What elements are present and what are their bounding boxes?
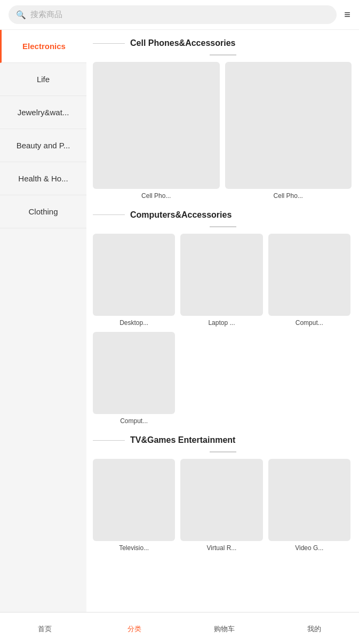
section-header-computers: Computers&Accessories (93, 210, 353, 220)
nav-label-categories: 分类 (127, 624, 141, 634)
search-icon: 🔍 (16, 10, 26, 20)
section-title-cell-phones: Cell Phones&Accessories (130, 38, 235, 48)
list-item[interactable]: Laptop ... (180, 234, 262, 327)
item-label: Cell Pho... (274, 192, 303, 200)
bottom-nav: 首页 分类 购物车 我的 (0, 612, 359, 644)
section-header-tv-games: TV&Games Entertainment (93, 435, 353, 445)
list-item[interactable]: Comput... (268, 234, 350, 327)
items-grid-cell-phones: Cell Pho... Cell Pho... (93, 62, 353, 200)
item-image (180, 234, 262, 316)
content-area: Cell Phones&Accessories Cell Pho... Cell… (86, 30, 359, 612)
sidebar-item-clothing[interactable]: Clothing (0, 195, 86, 228)
item-image (180, 459, 262, 541)
item-image (268, 459, 350, 541)
nav-label-mine: 我的 (307, 624, 321, 634)
items-grid-computers: Desktop... Laptop ... Comput... Comput..… (93, 234, 353, 425)
section-title-tv-games: TV&Games Entertainment (130, 435, 235, 445)
sidebar: Electronics Life Jewelry&wat... Beauty a… (0, 30, 86, 612)
item-image (93, 459, 175, 541)
item-image (93, 234, 175, 316)
nav-label-home: 首页 (38, 624, 52, 634)
item-label: Comput... (296, 319, 323, 327)
nav-item-cart[interactable]: 购物车 (180, 620, 269, 637)
item-label: Comput... (120, 417, 148, 425)
nav-label-cart: 购物车 (214, 624, 235, 634)
item-label: Laptop ... (208, 319, 235, 327)
section-header-cell-phones: Cell Phones&Accessories (93, 38, 353, 48)
section-sub-line (210, 54, 236, 55)
item-label: Cell Pho... (141, 192, 171, 200)
section-tv-games: TV&Games Entertainment Televisio... Virt… (93, 435, 353, 552)
section-line-left (93, 43, 125, 44)
main-layout: Electronics Life Jewelry&wat... Beauty a… (0, 30, 359, 612)
item-label: Virtual R... (207, 544, 237, 552)
section-cell-phones: Cell Phones&Accessories Cell Pho... Cell… (93, 38, 353, 200)
section-sub-line (210, 451, 236, 452)
item-label: Televisio... (119, 544, 149, 552)
list-item[interactable]: Cell Pho... (93, 62, 220, 200)
list-item[interactable]: Video G... (268, 459, 350, 552)
item-label: Desktop... (119, 319, 148, 327)
list-item[interactable]: Comput... (93, 332, 175, 425)
sidebar-item-health[interactable]: Health & Ho... (0, 162, 86, 195)
nav-item-categories[interactable]: 分类 (90, 620, 179, 637)
sidebar-item-electronics[interactable]: Electronics (0, 30, 86, 63)
section-line-left (93, 214, 125, 215)
search-bar[interactable]: 🔍 搜索商品 (9, 5, 337, 24)
nav-item-mine[interactable]: 我的 (269, 620, 359, 637)
list-item[interactable]: Cell Pho... (225, 62, 352, 200)
section-computers: Computers&Accessories Desktop... Laptop … (93, 210, 353, 425)
section-title-computers: Computers&Accessories (130, 210, 232, 220)
list-item[interactable]: Televisio... (93, 459, 175, 552)
sidebar-item-beauty[interactable]: Beauty and P... (0, 129, 86, 162)
search-placeholder: 搜索商品 (30, 10, 62, 20)
item-label: Video G... (295, 544, 323, 552)
items-grid-tv-games: Televisio... Virtual R... Video G... (93, 459, 353, 552)
item-image (93, 332, 175, 414)
menu-icon[interactable]: ≡ (344, 9, 350, 21)
section-line-left (93, 440, 125, 441)
list-item[interactable]: Desktop... (93, 234, 175, 327)
header: 🔍 搜索商品 ≡ (0, 0, 359, 30)
sidebar-item-jewelry[interactable]: Jewelry&wat... (0, 96, 86, 129)
item-image (93, 62, 220, 189)
nav-item-home[interactable]: 首页 (0, 620, 90, 637)
list-item[interactable]: Virtual R... (180, 459, 262, 552)
item-image (268, 234, 350, 316)
item-image (225, 62, 352, 189)
section-sub-line (210, 226, 236, 227)
sidebar-item-life[interactable]: Life (0, 63, 86, 96)
